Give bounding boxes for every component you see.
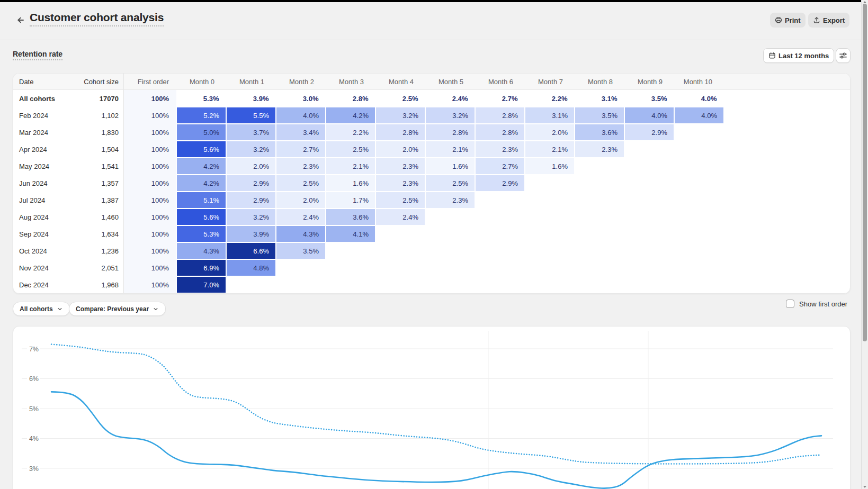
heat-cell[interactable]: 3.9% [226,225,276,242]
cohort-size: 1,541 [75,158,123,175]
heat-cell[interactable]: 1.6% [525,158,575,175]
heat-cell[interactable]: 3.5% [276,242,326,259]
heat-cell[interactable]: 4.0% [624,107,674,124]
heat-cell[interactable]: 3.6% [575,124,624,141]
heat-cell[interactable]: 3.2% [425,107,475,124]
heat-cell[interactable]: 4.0% [674,107,724,124]
heat-cell[interactable]: 3.1% [525,107,575,124]
heat-cell[interactable]: 3.2% [375,107,425,124]
back-button[interactable] [14,13,28,27]
heat-cell[interactable]: 4.0% [276,107,326,124]
cohort-size: 1,504 [75,141,123,158]
heat-cell[interactable]: 5.5% [226,107,276,124]
heat-cell[interactable]: 2.8% [375,124,425,141]
heat-cell[interactable]: 2.0% [276,192,326,209]
heat-cell[interactable]: 4.2% [176,175,226,192]
date-range-button[interactable]: Last 12 months [763,48,834,63]
heat-cell[interactable]: 2.0% [525,124,575,141]
heat-cell[interactable]: 2.4% [276,209,326,225]
printer-icon [775,16,782,24]
y-axis-tick-label: 3% [29,465,39,473]
retention-chart-card: 7%6%5%4%3% [13,326,851,489]
heat-cell[interactable]: 2.9% [226,192,276,209]
compare-dropdown[interactable]: Compare: Previous year [69,302,166,316]
scroll-down-arrow[interactable] [863,486,866,488]
heat-cell[interactable]: 5.6% [176,141,226,158]
heat-cell[interactable]: 2.9% [226,175,276,192]
heat-cell[interactable]: 4.3% [176,242,226,259]
export-button[interactable]: Export [808,13,849,28]
heat-cell[interactable]: 2.1% [326,158,375,175]
heat-cell[interactable]: 4.8% [226,259,276,276]
heat-cell[interactable]: 4.2% [326,107,375,124]
header-divider [0,40,868,40]
heat-cell[interactable]: 6.9% [176,259,226,276]
table-row: May 20241,541100%4.2%2.0%2.3%2.1%2.3%1.6… [13,158,850,175]
show-first-order-label: Show first order [799,300,847,308]
heat-cell[interactable]: 1.6% [425,158,475,175]
heat-cell[interactable]: 2.3% [575,141,624,158]
heat-cell[interactable]: 5.1% [176,192,226,209]
cohort-date: May 2024 [13,158,75,175]
heat-cell[interactable]: 3.2% [226,141,276,158]
cohort-date: Jul 2024 [13,192,75,209]
heat-cell[interactable]: 3.2% [226,209,276,225]
chevron-down-icon [57,306,63,312]
summary-row: All cohorts17070100%5.3%3.9%3.0%2.8%2.5%… [13,90,850,107]
heat-cell[interactable]: 2.7% [276,141,326,158]
heat-cell[interactable]: 4.2% [176,158,226,175]
print-button[interactable]: Print [770,13,806,28]
heat-cell[interactable]: 3.6% [326,209,375,225]
heat-cell[interactable]: 2.0% [226,158,276,175]
heat-cell[interactable]: 2.9% [624,124,674,141]
heat-cell[interactable]: 2.3% [475,141,525,158]
heat-cell[interactable]: 5.2% [176,107,226,124]
column-header: First order [123,74,176,89]
heat-cell[interactable]: 2.0% [375,141,425,158]
cohort-filter-dropdown[interactable]: All cohorts [13,302,70,316]
heat-cell[interactable]: 2.7% [475,158,525,175]
heat-cell[interactable]: 5.3% [176,225,226,242]
vertical-scrollbar[interactable] [861,0,868,489]
heat-cell[interactable]: 3.7% [226,124,276,141]
heat-cell[interactable]: 5.6% [176,209,226,225]
heat-cell[interactable]: 2.3% [375,158,425,175]
heat-cell[interactable]: 2.2% [326,124,375,141]
heat-cell[interactable]: 2.8% [425,124,475,141]
heat-cell[interactable]: 2.5% [276,175,326,192]
heat-cell[interactable]: 4.1% [326,225,375,242]
scroll-up-arrow[interactable] [863,1,866,3]
heat-cell[interactable]: 2.8% [475,124,525,141]
heat-cell[interactable]: 7.0% [176,276,226,293]
heat-cell[interactable]: 2.1% [425,141,475,158]
heat-cell[interactable]: 4.3% [276,225,326,242]
heat-cell[interactable]: 6.6% [226,242,276,259]
retention-chart[interactable]: 7%6%5%4%3% [13,327,851,489]
heat-cell[interactable]: 2.3% [375,175,425,192]
scrollbar-thumb[interactable] [863,4,867,341]
heat-cell[interactable]: 2.5% [425,175,475,192]
column-header: Month 2 [276,74,326,89]
heat-cell[interactable]: 2.3% [425,192,475,209]
heat-cell[interactable]: 1.7% [326,192,375,209]
summary-month-value: 2.5% [375,90,425,107]
chart-settings-button[interactable] [836,48,851,63]
heat-cell[interactable]: 2.4% [375,209,425,225]
cohort-size: 1,357 [75,175,123,192]
heat-cell[interactable]: 2.5% [326,141,375,158]
heat-cell[interactable]: 3.4% [276,124,326,141]
heat-cell[interactable]: 2.9% [475,175,525,192]
column-header: Month 5 [425,74,475,89]
heat-cell[interactable]: 2.5% [375,192,425,209]
y-axis-tick-label: 4% [29,435,39,442]
compare-dropdown-label: Compare: Previous year [76,305,149,313]
heat-cell[interactable]: 2.3% [276,158,326,175]
column-header: Cohort size [75,74,123,89]
first-order-value: 100% [123,141,176,158]
show-first-order-checkbox[interactable] [786,300,794,308]
heat-cell[interactable]: 2.1% [525,141,575,158]
heat-cell[interactable]: 3.5% [575,107,624,124]
heat-cell[interactable]: 2.8% [475,107,525,124]
heat-cell[interactable]: 1.6% [326,175,375,192]
heat-cell[interactable]: 5.0% [176,124,226,141]
